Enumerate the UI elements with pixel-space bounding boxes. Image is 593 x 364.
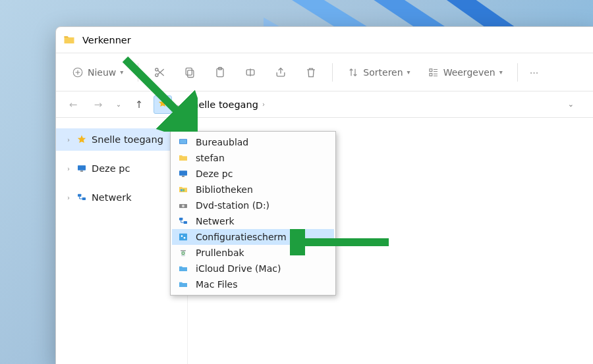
sidebar-item-this-pc[interactable]: › Deze pc [56,157,187,180]
chevron-right-icon[interactable]: › [262,101,265,108]
nav-back[interactable]: ← [63,94,84,115]
network-icon [177,215,189,227]
svg-rect-8 [430,68,432,71]
dropdown-item-label: Dvd-station (D:) [196,200,269,211]
new-label: Nieuw [88,67,116,78]
nav-up[interactable]: ↑ [128,94,150,115]
sidebar-item-label: Netwerk [92,192,132,203]
sidebar-item-network[interactable]: › Netwerk [56,186,187,209]
new-button[interactable]: Nieuw ▾ [65,61,130,84]
copy-icon [183,66,196,79]
dropdown-item[interactable]: Netwerk [172,213,334,229]
sort-button[interactable]: Sorteren ▾ [341,61,416,84]
rename-button[interactable] [237,61,264,84]
titlebar: Verkenner [56,27,593,53]
svg-rect-9 [430,73,432,76]
dropdown-item-label: Bureaublad [196,137,248,147]
cloudfolder-icon [177,278,189,290]
nav-forward[interactable]: → [88,94,109,115]
separator [517,63,518,82]
folder-icon [177,152,189,164]
more-icon: ⋯ [530,67,539,78]
toolbar: Nieuw ▾ [56,53,593,91]
dropdown-item-label: Mac Files [196,279,238,290]
svg-rect-4 [186,68,192,75]
dropdown-item-label: Configuratiescherm [196,232,287,242]
breadcrumb-current[interactable]: Snelle toegang [186,99,258,110]
svg-rect-12 [78,194,81,197]
share-icon [274,66,287,79]
view-button[interactable]: Weergeven ▾ [421,61,509,84]
control-icon [177,231,189,243]
window-title: Verkenner [82,35,131,45]
address-dropdown-menu: BureaubladstefanDeze pcBibliothekenDvd-s… [170,131,336,296]
chevron-right-icon: › [65,194,72,201]
dropdown-item-label: Netwerk [196,216,235,226]
chevron-down-icon: ▾ [407,68,410,76]
dropdown-item[interactable]: Configuratiescherm [172,229,334,245]
dropdown-item[interactable]: iCloud Drive (Mac) [172,261,334,276]
dropdown-item[interactable]: Prullenbak [172,245,334,261]
clipboard-icon [213,66,227,79]
paste-button[interactable] [207,61,233,84]
dropdown-item[interactable]: Deze pc [172,166,334,182]
svg-point-25 [181,235,183,237]
monitor-icon [177,168,189,180]
dropdown-item[interactable]: Mac Files [172,276,334,292]
address-dropdown-toggle[interactable]: ⌄ [173,95,184,114]
plus-icon [72,66,84,78]
copy-button[interactable] [177,61,203,84]
scissors-icon [153,66,166,79]
trash-icon [304,66,318,79]
svg-rect-15 [180,140,187,143]
dropdown-item[interactable]: stefan [172,150,334,166]
dropdown-item[interactable]: Bureaublad [172,134,334,150]
svg-rect-22 [179,218,183,221]
svg-rect-18 [181,189,183,191]
sidebar: › Snelle toegang › Deze pc › Ne [56,118,188,364]
dropdown-item-label: Deze pc [196,169,233,179]
rename-icon [244,66,257,79]
separator [138,63,138,82]
dropdown-item-label: Bibliotheken [196,184,253,195]
chevron-down-icon: ▾ [499,68,503,76]
view-icon [428,66,439,78]
view-label: Weergeven [443,67,495,78]
sort-label: Sorteren [363,67,403,78]
dropdown-item[interactable]: Dvd-station (D:) [172,197,334,213]
sidebar-item-label: Deze pc [92,163,130,174]
chevron-right-icon: › [65,165,72,172]
share-button[interactable] [268,61,294,84]
nav-recent[interactable]: ⌄ [113,94,125,115]
desktop-icon [177,136,189,148]
svg-rect-11 [80,170,83,171]
dropdown-item-label: stefan [196,153,225,163]
svg-point-2 [155,68,158,70]
cloudfolder-icon [177,263,189,274]
address-expand[interactable]: ⌄ [568,100,574,109]
sidebar-item-label: Snelle toegang [92,134,163,145]
star-icon [157,98,168,111]
nav-row: ← → ⌄ ↑ ⌄ Snelle toegang › ⌄ [56,91,593,118]
chevron-down-icon: ▾ [120,68,123,76]
separator [332,63,333,82]
cut-button[interactable] [146,61,173,84]
svg-rect-24 [179,234,187,241]
dropdown-item-label: Prullenbak [196,247,244,258]
dropdown-item[interactable]: Bibliotheken [172,182,334,197]
chevron-right-icon: › [65,136,72,143]
delete-button[interactable] [298,61,324,84]
dvd-icon [177,199,189,211]
network-icon [76,192,88,203]
dropdown-item-label: iCloud Drive (Mac) [196,263,281,274]
star-icon [76,134,88,145]
sidebar-item-quick-access[interactable]: › Snelle toegang [56,128,187,151]
libraries-icon [177,184,189,195]
svg-rect-16 [179,170,187,175]
svg-rect-19 [183,189,184,191]
svg-rect-13 [82,197,86,200]
svg-rect-10 [78,165,86,170]
address-star-button[interactable] [154,95,172,114]
more-button[interactable]: ⋯ [526,61,543,84]
monitor-icon [76,163,88,174]
